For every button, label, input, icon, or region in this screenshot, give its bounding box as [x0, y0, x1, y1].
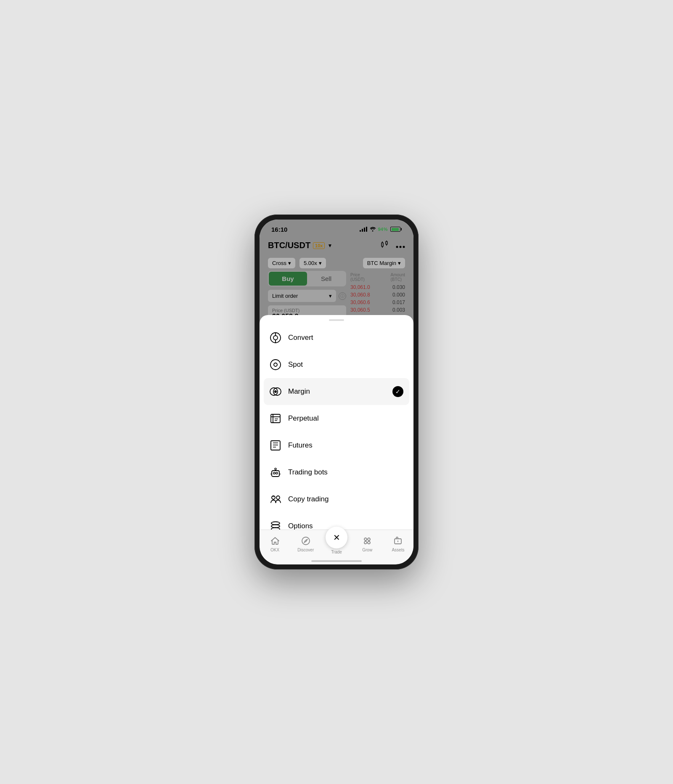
nav-label-okx: OKX — [270, 548, 279, 552]
spot-icon — [270, 359, 281, 371]
options-label: Options — [288, 522, 403, 530]
futures-icon — [270, 440, 281, 451]
svg-rect-29 — [273, 472, 275, 474]
trading-bots-label: Trading bots — [288, 468, 403, 477]
nav-item-discover[interactable]: Discover — [290, 535, 321, 552]
svg-rect-28 — [272, 471, 279, 477]
svg-point-39 — [271, 525, 280, 528]
margin-label: Margin — [288, 387, 386, 396]
phone-screen: 16:10 94 % — [260, 220, 413, 564]
svg-point-17 — [274, 390, 277, 393]
svg-point-36 — [276, 496, 280, 499]
nav-label-discover: Discover — [297, 548, 314, 552]
modal-overlay: Convert Spot — [260, 220, 413, 564]
bottom-nav: OKX Discover ✕ Trade — [260, 530, 413, 564]
grow-icon — [362, 535, 373, 546]
menu-item-convert[interactable]: Convert — [260, 324, 413, 351]
svg-rect-30 — [276, 472, 278, 474]
menu-item-futures[interactable]: Futures — [260, 432, 413, 459]
home-indicator — [311, 560, 362, 562]
nav-label-trade: Trade — [331, 550, 342, 554]
home-icon — [270, 535, 281, 546]
check-icon: ✓ — [392, 386, 403, 397]
svg-point-43 — [368, 538, 370, 540]
menu-item-trading-bots[interactable]: Trading bots — [260, 459, 413, 486]
nav-item-grow[interactable]: Grow — [352, 535, 383, 552]
svg-point-41 — [302, 537, 310, 545]
spot-label: Spot — [288, 360, 403, 369]
copy-trading-label: Copy trading — [288, 495, 403, 503]
svg-rect-18 — [271, 414, 280, 423]
menu-item-perpetual[interactable]: Perpetual — [260, 405, 413, 432]
svg-point-44 — [364, 541, 367, 544]
svg-rect-23 — [271, 441, 280, 450]
menu-item-margin[interactable]: Margin ✓ — [264, 378, 409, 405]
close-icon: ✕ — [333, 532, 340, 543]
nav-item-trade[interactable]: ✕ Trade — [321, 533, 352, 554]
svg-point-45 — [368, 541, 370, 544]
modal-handle — [329, 319, 344, 321]
menu-item-copy-trading[interactable]: Copy trading — [260, 486, 413, 513]
phone-frame: 16:10 94 % — [254, 215, 419, 569]
copy-trading-icon — [270, 493, 281, 505]
svg-point-38 — [271, 522, 280, 525]
svg-point-10 — [273, 336, 278, 340]
nav-label-assets: Assets — [392, 548, 404, 552]
discover-icon — [300, 535, 311, 546]
svg-point-14 — [274, 363, 277, 366]
perpetual-icon — [270, 413, 281, 424]
trading-bots-icon — [270, 466, 281, 478]
convert-icon — [270, 332, 281, 344]
margin-icon — [270, 386, 281, 397]
svg-point-42 — [364, 538, 367, 540]
trade-close-button[interactable]: ✕ — [326, 527, 347, 548]
nav-item-okx[interactable]: OKX — [260, 535, 290, 552]
futures-label: Futures — [288, 441, 403, 450]
menu-item-spot[interactable]: Spot — [260, 351, 413, 378]
assets-icon — [392, 535, 403, 546]
perpetual-label: Perpetual — [288, 414, 403, 423]
svg-point-13 — [270, 360, 281, 370]
nav-item-assets[interactable]: Assets — [383, 535, 413, 552]
nav-label-grow: Grow — [362, 548, 372, 552]
convert-label: Convert — [288, 334, 403, 342]
svg-point-32 — [275, 468, 276, 470]
